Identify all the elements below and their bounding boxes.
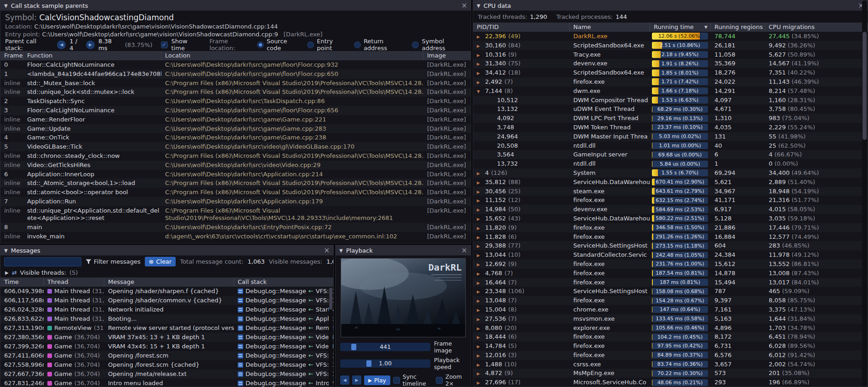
tree-collapsed-icon[interactable]: ▶ [477, 69, 483, 77]
tree-collapsed-icon[interactable]: ▶ [477, 188, 483, 196]
tree-collapsed-icon[interactable]: ▶ [477, 215, 483, 223]
cpu-process-row[interactable]: ▶4,872(9)MsMpEng.exe70.22 ms (0.30%)5732… [473, 369, 868, 378]
cpu-thread-row[interactable]: 20,508ntdll.dll1.01 ms (0.00%)4025 (62.5… [473, 141, 868, 150]
column-header-cpu-migrations[interactable]: CPU migrations [765, 23, 868, 32]
column-header-running-time[interactable]: Running time ▼ [650, 23, 711, 32]
callstack-frame-row[interactable]: inlinestd::atomic<bool>::operator boolC:… [0, 188, 471, 197]
message-callstack[interactable]: DebugLog::Message←VideoMemo [234, 333, 333, 342]
message-row[interactable]: 626,024,328nsMain thread(31,596)Network … [0, 305, 333, 314]
tree-collapsed-icon[interactable]: ▶ [477, 324, 483, 333]
expand-icon[interactable]: ▶ [5, 270, 9, 275]
frame-step-forward-button[interactable]: ▶ [352, 375, 361, 385]
prev-parent-button[interactable]: ◀ [57, 40, 66, 49]
cpu-process-row[interactable]: ▶31,340(75)devenv.exe1.91 s (8.26%)35,36… [473, 59, 868, 68]
cpu-process-row[interactable]: ▶27,696(17)Microsoft.ServiceHub.Co48.06 … [473, 378, 868, 387]
callstack-frame-row[interactable]: 5VideoGLBase::TickC:\Users\wolf\Desktop\… [0, 142, 471, 151]
visible-threads-row[interactable]: ▶ ⇄ Visible threads: (5) [0, 268, 333, 277]
zoom-2x-checkbox[interactable] [436, 377, 443, 384]
cpu-scrollbar[interactable] [862, 0, 867, 387]
tree-collapsed-icon[interactable]: ▶ [477, 315, 483, 323]
message-callstack[interactable]: DebugLog::Message←VFS::Open [234, 287, 333, 296]
callstack-frame-row[interactable]: inlineVideo::GetTicksHiResC:\Users\wolf\… [0, 161, 471, 170]
callstack-frame-row[interactable]: inlinestd::_Mutex_base::lockC:\Program F… [0, 79, 471, 88]
tree-collapsed-icon[interactable]: ▶ [477, 179, 483, 187]
next-parent-button[interactable]: ▶ [86, 40, 95, 49]
message-callstack[interactable]: DebugLog::Message←StartNetwo [234, 305, 333, 314]
cpu-process-row[interactable]: ▶8,080(20)explorer.exe105.66 ms (0.46%)4… [473, 323, 868, 333]
tree-expanded-icon[interactable]: ▼ [477, 87, 483, 96]
tree-collapsed-icon[interactable]: ▶ [477, 196, 483, 205]
column-header-time[interactable]: Time [0, 277, 44, 287]
callstack-frame-row[interactable]: inlinestd::chrono::steady_clock::nowC:\P… [0, 151, 471, 161]
frame-image-slider[interactable]: 441 [340, 343, 430, 351]
show-time-checkbox[interactable]: ✓ [161, 41, 168, 48]
tree-collapsed-icon[interactable]: ▶ [477, 279, 483, 287]
tree-collapsed-icon[interactable]: ▶ [477, 379, 483, 387]
messages-scrollbar[interactable] [329, 287, 333, 387]
message-callstack[interactable]: DebugLog::Message←RemoteViev [234, 323, 333, 333]
column-header-location[interactable]: Location [161, 51, 423, 60]
cpu-process-row[interactable]: ▶10,316(9)Tracy.exe2.18 s (9.45%)11,0585… [473, 50, 868, 59]
tree-collapsed-icon[interactable]: ▶ [477, 224, 483, 232]
message-row[interactable]: 627,399,326nsGame(36,704)VRAM 43x45: 15 … [0, 342, 333, 351]
cpu-process-row[interactable]: ▶34,412(18)ScriptedSandbox64.exe1.85 s (… [473, 68, 868, 77]
cpu-process-row[interactable]: ▶30,456(25)steam.exe643.61 ms (2.79%)34,… [473, 187, 868, 196]
frame-location-option[interactable]: Return address [354, 38, 406, 52]
close-icon[interactable]: × [461, 2, 467, 9]
message-filter-input[interactable] [4, 257, 81, 266]
message-callstack[interactable]: DebugLog::Message←IntroMenu:: [234, 379, 333, 387]
play-button[interactable]: ▶ Play [364, 375, 390, 385]
column-header-thread[interactable]: Thread [44, 277, 104, 287]
callstack-frame-row[interactable]: inlinestd::unique_lock<std::mutex>::lock… [0, 87, 471, 97]
tree-collapsed-icon[interactable]: ▶ [477, 60, 483, 68]
tree-collapsed-icon[interactable]: ▶ [477, 233, 483, 242]
callstack-frame-row[interactable]: 3Floor::CalcLightNoLuminanceC:\Users\wol… [0, 106, 471, 115]
column-header-callstack[interactable]: Call stack [234, 277, 333, 287]
tree-collapsed-icon[interactable]: ▶ [477, 288, 483, 296]
shuffle-icon[interactable]: ⇄ [12, 269, 17, 276]
callstack-frame-row[interactable]: inlineinvoke_maind:\agent\_work\63\s\src… [0, 232, 471, 241]
frame-step-back-button[interactable]: ◀ [340, 375, 349, 385]
playback-speed-slider[interactable]: 1.00 [340, 359, 430, 368]
message-row[interactable]: 627,831,246nsGame(36,704)Intro menu load… [0, 379, 333, 387]
cpu-process-row[interactable]: ▶13,048(7)firefox.exe154.28 ms (0.67%)9,… [473, 296, 868, 305]
cpu-thread-row[interactable]: 3,748DWM Token Thread23.37 ms (0.10%)4,0… [473, 123, 868, 132]
column-header-frame[interactable]: Frame [0, 51, 23, 60]
cpu-process-row[interactable]: ▶30,160(84)ScriptedSandbox64.exe2.51 s (… [473, 41, 868, 50]
messages-scrollbar-thumb[interactable] [329, 288, 332, 310]
cpu-process-row[interactable]: ▶4(126)System1.55 s (6.70%)69,29434,400 … [473, 168, 868, 178]
callstack-frame-row[interactable]: 8mainC:\Users\wolf\Desktop\darkrl\src\En… [0, 223, 471, 232]
cpu-thread-row[interactable]: 13,132uDWM Event Thread68.29 ms (0.30%)4… [473, 104, 868, 114]
message-callstack[interactable]: DebugLog::Message←VideoMemo [234, 342, 333, 351]
callstack-frame-row[interactable]: inlineGame::UpdateC:\Users\wolf\Desktop\… [0, 124, 471, 133]
cpu-process-row[interactable]: ▶35,812(88)ServiceHub.DataWarehou670.41 … [473, 178, 868, 187]
message-row[interactable]: 627,558,996nsGame(36,704)Opening /forest… [0, 360, 333, 370]
frame-location-option[interactable]: Source code [257, 38, 301, 52]
sync-timeline-checkbox[interactable] [393, 377, 400, 384]
tree-collapsed-icon[interactable]: ▶ [477, 297, 483, 305]
callstack-frame-row[interactable]: inlinestd::_Atomic_storage<bool,1>::load… [0, 179, 471, 188]
tree-collapsed-icon[interactable]: ▶ [477, 361, 483, 369]
message-row[interactable]: 627,380,356nsGame(36,704)VRAM 37x45: 13 … [0, 333, 333, 342]
tree-collapsed-icon[interactable]: ▶ [477, 251, 483, 260]
cpu-process-row[interactable]: ▶11,828(6)firefox.exe291.26 ms (1.26%)16… [473, 232, 868, 242]
callstack-frame-row[interactable]: 7Application::RunC:\Users\wolf\Desktop\d… [0, 197, 471, 206]
frame-location-option[interactable]: Symbol address [412, 38, 466, 52]
collapse-icon[interactable]: ▼ [339, 248, 343, 253]
cpu-process-row[interactable]: ▶16,464(7)firefox.exe187 ms (0.81%)15,49… [473, 278, 868, 287]
message-callstack[interactable]: DebugLog::Message←VFS::Open [234, 370, 333, 379]
column-header-running-regions[interactable]: Running regions [711, 23, 765, 32]
cpu-thread-row[interactable]: 3,564GameInput server69.68 us (0.00%)64 … [473, 150, 868, 159]
cpu-process-row[interactable]: ▶11,152(12)firefox.exe632.15 ms (2.74%)4… [473, 196, 868, 205]
tree-collapsed-icon[interactable]: ▶ [477, 352, 483, 360]
callstack-frame-row[interactable]: inlinestd::unique_ptr<Application,std::d… [0, 206, 471, 223]
cpu-process-row[interactable]: ▶18,444(6)firefox.exe104.2 ms (0.45%)8,1… [473, 332, 868, 341]
tree-collapsed-icon[interactable]: ▶ [477, 242, 483, 250]
column-header-name[interactable]: Name [570, 23, 650, 32]
message-row[interactable]: 606,049,398nsMain thread(31,596)Opening … [0, 287, 333, 296]
cpu-process-row[interactable]: ▶2,492(7)firefox.exe1.71 s (7.42%)24,022… [473, 77, 868, 87]
tree-collapsed-icon[interactable]: ▶ [477, 370, 483, 378]
message-row[interactable]: 627,313,190nsRemoteView(31,392)Remote vi… [0, 323, 333, 333]
tree-collapsed-icon[interactable]: ▶ [477, 169, 483, 178]
cpu-process-row[interactable]: ▶1,488(10)csrss.exe83.74 ms (0.36%)3,657… [473, 360, 868, 369]
